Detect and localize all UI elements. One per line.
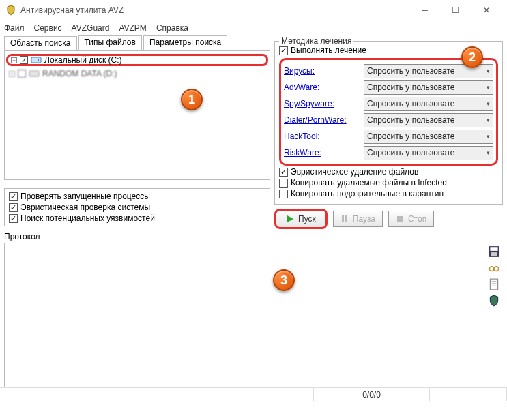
control-buttons: Пуск Пауза Стоп	[274, 209, 503, 229]
chevron-down-icon: ▾	[487, 100, 490, 107]
label-virus[interactable]: Вирусы:	[284, 66, 315, 76]
drive-d-label: RANDOM DATA (D:)	[42, 69, 117, 78]
svg-point-10	[494, 267, 499, 271]
chevron-down-icon: ▾	[487, 117, 490, 123]
left-tabs: Область поиска Типы файлов Параметры пои…	[4, 35, 270, 50]
menu-help[interactable]: Справка	[156, 23, 188, 33]
svg-rect-0	[31, 57, 41, 63]
menubar: Файл Сервис AVZGuard AVZPM Справка	[0, 20, 507, 35]
drive-item-c[interactable]: + ✓ Локальный диск (C:)	[6, 54, 268, 66]
tab-search-area[interactable]: Область поиска	[4, 36, 77, 51]
protocol-label: Протокол	[4, 232, 503, 241]
label-spy[interactable]: Spy/Spyware:	[284, 99, 334, 108]
check-heuristic-delete[interactable]: Эвристическое удаление файлов	[279, 167, 498, 177]
chevron-down-icon: ▾	[487, 133, 490, 140]
select-riskware[interactable]: Спросить у пользовате▾	[364, 146, 493, 160]
stop-button[interactable]: Стоп	[388, 211, 434, 227]
label-advware[interactable]: AdvWare:	[284, 82, 319, 92]
pause-button[interactable]: Пауза	[333, 211, 383, 227]
play-icon	[286, 215, 294, 223]
menu-file[interactable]: Файл	[4, 23, 25, 33]
maximize-button[interactable]: ☐	[440, 1, 471, 20]
drive-c-label: Локальный диск (C:)	[44, 55, 122, 65]
menu-avzpm[interactable]: AVZPM	[119, 23, 146, 33]
drive-d-checkbox[interactable]	[18, 70, 26, 78]
status-counts: 0/0/0	[314, 388, 430, 401]
select-advware[interactable]: Спросить у пользовате▾	[364, 80, 493, 95]
svg-rect-8	[491, 252, 497, 256]
svg-point-9	[489, 267, 494, 271]
app-icon	[5, 5, 16, 16]
check-copy-infected[interactable]: Копировать удаляемые файлы в Infected	[279, 178, 498, 188]
chevron-down-icon: ▾	[487, 149, 490, 156]
drive-tree-panel: + ✓ Локальный диск (C:) + RANDOM DATA (D…	[4, 50, 270, 180]
menu-service[interactable]: Сервис	[34, 23, 62, 33]
window-title: Антивирусная утилита AVZ	[20, 5, 409, 15]
svg-rect-5	[397, 216, 403, 222]
minimize-button[interactable]: ─	[409, 1, 440, 20]
label-dialer[interactable]: Dialer/PornWare:	[284, 115, 347, 125]
check-vulns[interactable]: Поиск потенциальных уязвимостей	[9, 213, 265, 223]
chevron-down-icon: ▾	[487, 84, 490, 91]
label-riskware[interactable]: RiskWare:	[284, 148, 321, 158]
start-button[interactable]: Пуск	[274, 209, 328, 229]
close-button[interactable]: ✕	[471, 1, 502, 20]
tab-search-params[interactable]: Параметры поиска	[143, 35, 227, 50]
select-dialer[interactable]: Спросить у пользовате▾	[364, 113, 493, 127]
protocol-sidebar	[485, 243, 503, 387]
left-checks: Проверять запущенные процессы Эвристичес…	[4, 188, 270, 226]
shield-icon[interactable]	[488, 295, 500, 307]
annotation-badge-3: 3	[273, 269, 295, 291]
check-heuristic[interactable]: Эвристическая проверка системы	[9, 202, 265, 212]
drive-c-checkbox[interactable]: ✓	[20, 56, 28, 64]
svg-rect-4	[345, 215, 347, 222]
annotation-badge-1: 1	[181, 89, 203, 110]
svg-rect-7	[490, 247, 497, 251]
pause-icon	[341, 215, 349, 223]
treatment-options: Вирусы:Спросить у пользовате▾ AdvWare:Сп…	[279, 58, 498, 166]
svg-rect-2	[29, 71, 39, 76]
save-icon[interactable]	[488, 245, 500, 258]
svg-rect-1	[38, 59, 39, 61]
chevron-down-icon: ▾	[487, 68, 490, 74]
treatment-title: Методика лечения	[279, 36, 353, 46]
menu-avzguard[interactable]: AVZGuard	[72, 23, 110, 33]
drive-item-d[interactable]: + RANDOM DATA (D:)	[9, 68, 265, 80]
svg-rect-3	[342, 215, 344, 222]
svg-rect-11	[490, 279, 497, 290]
label-hacktool[interactable]: HackTool:	[284, 132, 320, 141]
annotation-badge-2: 2	[461, 46, 483, 68]
check-copy-quarantine[interactable]: Копировать подозрительные в карантин	[279, 189, 498, 198]
glasses-icon[interactable]	[488, 262, 500, 274]
protocol-panel	[4, 243, 482, 387]
document-icon[interactable]	[488, 278, 500, 290]
tree-expand-icon[interactable]: +	[11, 57, 17, 63]
select-spy[interactable]: Спросить у пользовате▾	[364, 97, 493, 111]
tab-file-types[interactable]: Типы файлов	[78, 35, 142, 50]
select-hacktool[interactable]: Спросить у пользовате▾	[364, 130, 493, 144]
check-processes[interactable]: Проверять запущенные процессы	[9, 192, 265, 201]
statusbar: 0/0/0	[0, 387, 507, 401]
drive-icon	[29, 70, 40, 78]
drive-icon	[31, 56, 42, 64]
tree-expand-icon[interactable]: +	[9, 71, 15, 77]
titlebar: Антивирусная утилита AVZ ─ ☐ ✕	[0, 0, 507, 20]
stop-icon	[396, 215, 404, 223]
